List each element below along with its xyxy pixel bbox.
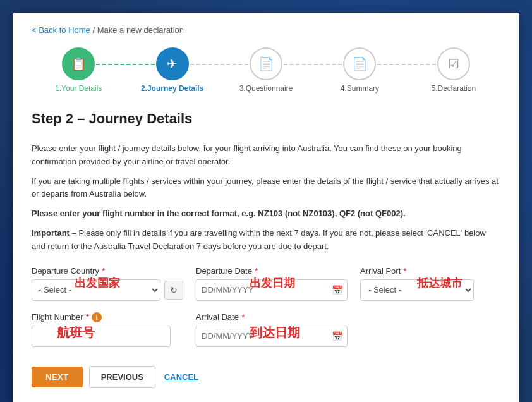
stepper: 📋 1.Your Details ✈ 2.Journey Details 📄 3…	[32, 47, 500, 93]
document-icon-3: 📄	[258, 56, 274, 71]
departure-date-wrap: 📅 出发日期	[196, 279, 348, 301]
clipboard-icon: 📋	[71, 56, 87, 71]
arrival-port-required: *	[403, 266, 406, 276]
step-circle-2: ✈	[156, 47, 189, 80]
breadcrumb-current: Make a new declaration	[97, 25, 184, 35]
departure-country-required: *	[102, 266, 105, 276]
flight-number-label: Flight Number * i	[32, 312, 183, 322]
desc-text-4-body: – Please only fill in details if you are…	[32, 228, 486, 251]
step-questionnaire[interactable]: 📄 3.Questionnaire	[219, 47, 313, 93]
arrival-port-group: Arrival Port * - Select - 抵达城市	[360, 266, 500, 301]
step-circle-3: 📄	[250, 47, 282, 80]
cancel-button[interactable]: CANCEL	[162, 372, 201, 382]
flight-number-required: *	[86, 312, 89, 322]
step-label-1: 1.Your Details	[55, 84, 102, 93]
document-icon-4: 📄	[352, 56, 368, 71]
step-summary[interactable]: 📄 4.Summary	[313, 47, 406, 93]
arrival-date-label: Arrival Date *	[196, 312, 348, 322]
step-your-details[interactable]: 📋 1.Your Details	[32, 47, 125, 93]
arrival-date-input[interactable]	[196, 326, 348, 347]
step-label-3: 3.Questionnaire	[239, 84, 293, 93]
flight-number-info-icon[interactable]: i	[92, 312, 102, 322]
departure-date-input[interactable]	[196, 279, 348, 301]
arrival-port-select[interactable]: - Select -	[360, 279, 474, 301]
step-circle-1: 📋	[62, 47, 95, 80]
arrival-date-group: Arrival Date * 📅 到达日期	[196, 312, 348, 347]
departure-country-select[interactable]: - Select -	[32, 279, 160, 301]
step-label-4: 4.Summary	[341, 84, 379, 93]
breadcrumb-separator: /	[92, 25, 97, 35]
desc-text-2: If you are taking multiple flights / ser…	[32, 175, 500, 202]
step-label-5: 5.Declaration	[431, 84, 476, 93]
page-title: Step 2 – Journey Details	[32, 111, 500, 132]
step-label-2: 2.Journey Details	[141, 84, 203, 93]
departure-country-select-wrap: - Select - ↻ 出发国家	[32, 279, 183, 301]
step-journey-details[interactable]: ✈ 2.Journey Details	[125, 47, 219, 93]
flight-number-input[interactable]	[32, 326, 171, 347]
departure-date-required: *	[255, 266, 258, 276]
plane-icon: ✈	[167, 56, 178, 71]
desc-text-1: Please enter your flight / journey detai…	[32, 142, 500, 169]
departure-country-group: Departure Country * - Select - ↻ 出发国家	[32, 266, 183, 301]
breadcrumb: < Back to Home / Make a new declaration	[32, 25, 500, 35]
arrival-port-label: Arrival Port *	[360, 266, 500, 276]
main-card: < Back to Home / Make a new declaration …	[13, 13, 519, 402]
departure-country-refresh-button[interactable]: ↻	[164, 281, 183, 300]
previous-button[interactable]: PREVIOUS	[89, 366, 155, 388]
important-label: Important	[32, 228, 70, 238]
step-circle-4: 📄	[343, 47, 376, 80]
departure-country-label: Departure Country *	[32, 266, 183, 276]
step-declaration[interactable]: ☑ 5.Declaration	[407, 47, 500, 93]
journey-details-form: Departure Country * - Select - ↻ 出发国家 De…	[32, 266, 500, 347]
arrival-date-required: *	[241, 312, 245, 322]
arrival-date-wrap: 📅 到达日期	[196, 326, 348, 347]
button-row: NEXT PREVIOUS CANCEL	[32, 366, 500, 388]
step-circle-5: ☑	[437, 47, 470, 80]
departure-date-group: Departure Date * 📅 出发日期	[196, 266, 348, 301]
form-row-2: Flight Number * i 航班号 Arrival Date * 📅	[32, 312, 500, 347]
desc-text-3: Please enter your flight number in the c…	[32, 207, 500, 221]
form-row-1: Departure Country * - Select - ↻ 出发国家 De…	[32, 266, 500, 301]
departure-date-label: Departure Date *	[196, 266, 348, 276]
checkbox-icon: ☑	[448, 56, 459, 71]
desc-text-4: Important – Please only fill in details …	[32, 227, 500, 253]
next-button[interactable]: NEXT	[32, 367, 83, 387]
flight-number-group: Flight Number * i 航班号	[32, 312, 183, 347]
back-to-home-link[interactable]: < Back to Home	[32, 25, 90, 35]
